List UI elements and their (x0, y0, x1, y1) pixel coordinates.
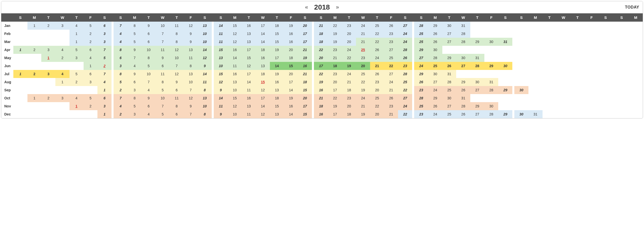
day-cell[interactable]: 25 (370, 94, 384, 102)
day-cell[interactable]: 12 (256, 110, 270, 118)
day-cell[interactable]: 16 (228, 46, 242, 54)
day-cell[interactable]: 4 (114, 38, 128, 46)
day-cell[interactable]: 14 (198, 70, 212, 78)
day-cell[interactable]: 10 (198, 38, 212, 46)
day-cell[interactable]: 23 (414, 110, 428, 118)
day-cell[interactable]: 10 (141, 70, 156, 78)
day-cell[interactable]: 24 (398, 30, 412, 38)
day-cell[interactable]: 1 (84, 62, 98, 70)
day-cell[interactable]: 22 (370, 38, 384, 46)
day-cell[interactable]: 8 (114, 46, 128, 54)
day-cell[interactable]: 24 (384, 78, 398, 86)
day-cell[interactable]: 19 (284, 22, 298, 30)
day-cell[interactable]: 1 (27, 94, 42, 102)
day-cell[interactable]: 6 (97, 22, 112, 30)
day-cell[interactable]: 13 (242, 102, 256, 110)
day-cell[interactable]: 7 (184, 86, 198, 94)
day-cell[interactable]: 16 (242, 94, 256, 102)
day-cell[interactable]: 28 (456, 102, 470, 110)
day-cell[interactable]: 1 (27, 22, 42, 30)
day-cell[interactable]: 18 (284, 54, 298, 62)
day-cell[interactable]: 1 (55, 78, 69, 86)
day-cell[interactable]: 22 (398, 86, 412, 94)
day-cell[interactable]: 22 (356, 78, 370, 86)
day-cell[interactable]: 24 (398, 102, 412, 110)
day-cell[interactable]: 25 (414, 102, 428, 110)
day-cell[interactable]: 21 (314, 22, 328, 30)
day-cell[interactable]: 19 (270, 46, 284, 54)
day-cell[interactable]: 8 (114, 70, 128, 78)
day-cell[interactable]: 6 (84, 46, 98, 54)
day-cell[interactable]: 9 (141, 22, 156, 30)
day-cell[interactable]: 11 (242, 86, 256, 94)
day-cell[interactable]: 5 (128, 30, 142, 38)
day-cell[interactable]: 1 (13, 46, 27, 54)
day-cell[interactable]: 21 (298, 46, 312, 54)
day-cell[interactable]: 12 (228, 30, 242, 38)
day-cell[interactable]: 1 (97, 86, 112, 94)
day-cell[interactable]: 2 (41, 94, 55, 102)
day-cell[interactable]: 21 (314, 94, 328, 102)
day-cell[interactable]: 5 (97, 54, 112, 62)
day-cell[interactable]: 27 (470, 86, 484, 94)
day-cell[interactable]: 25 (442, 110, 456, 118)
day-cell[interactable]: 9 (128, 70, 142, 78)
day-cell[interactable]: 20 (284, 70, 298, 78)
day-cell[interactable]: 1 (41, 54, 55, 62)
day-cell[interactable]: 26 (456, 110, 470, 118)
day-cell[interactable]: 30 (484, 38, 498, 46)
day-cell[interactable]: 10 (228, 110, 242, 118)
day-cell[interactable]: 9 (184, 102, 198, 110)
day-cell[interactable]: 2 (84, 30, 98, 38)
day-cell[interactable]: 4 (55, 46, 69, 54)
day-cell[interactable]: 26 (414, 78, 428, 86)
day-cell[interactable]: 30 (442, 94, 456, 102)
day-cell[interactable]: 23 (342, 22, 356, 30)
day-cell[interactable]: 10 (156, 22, 170, 30)
day-cell[interactable]: 9 (184, 30, 198, 38)
day-cell[interactable]: 23 (328, 70, 342, 78)
day-cell[interactable]: 15 (214, 46, 228, 54)
day-cell[interactable]: 11 (214, 38, 228, 46)
day-cell[interactable]: 19 (342, 62, 356, 70)
day-cell[interactable]: 10 (198, 30, 212, 38)
day-cell[interactable]: 14 (214, 94, 228, 102)
day-cell[interactable]: 20 (342, 102, 356, 110)
day-cell[interactable]: 2 (69, 78, 84, 86)
day-cell[interactable]: 22 (370, 102, 384, 110)
day-cell[interactable]: 2 (27, 70, 42, 78)
day-cell[interactable]: 29 (498, 86, 512, 94)
day-cell[interactable]: 30 (514, 110, 528, 118)
day-cell[interactable]: 6 (156, 62, 170, 70)
day-cell[interactable]: 25 (356, 46, 370, 54)
day-cell[interactable]: 28 (484, 86, 498, 94)
day-cell[interactable]: 5 (141, 62, 156, 70)
day-cell[interactable]: 20 (370, 110, 384, 118)
day-cell[interactable]: 7 (114, 94, 128, 102)
day-cell[interactable]: 19 (356, 86, 370, 94)
day-cell[interactable]: 1 (69, 102, 84, 110)
day-cell[interactable]: 28 (398, 46, 412, 54)
day-cell[interactable]: 16 (284, 102, 298, 110)
day-cell[interactable]: 6 (128, 78, 142, 86)
day-cell[interactable]: 7 (170, 62, 184, 70)
day-cell[interactable]: 25 (442, 86, 456, 94)
day-cell[interactable]: 20 (370, 86, 384, 94)
day-cell[interactable]: 5 (84, 94, 98, 102)
day-cell[interactable]: 14 (214, 22, 228, 30)
day-cell[interactable]: 30 (428, 70, 442, 78)
day-cell[interactable]: 21 (356, 30, 370, 38)
day-cell[interactable]: 22 (328, 22, 342, 30)
day-cell[interactable]: 16 (284, 30, 298, 38)
day-cell[interactable]: 31 (456, 94, 470, 102)
day-cell[interactable]: 7 (184, 110, 198, 118)
day-cell[interactable]: 10 (156, 94, 170, 102)
day-cell[interactable]: 16 (242, 22, 256, 30)
day-cell[interactable]: 3 (69, 54, 84, 62)
day-cell[interactable]: 31 (528, 110, 543, 118)
day-cell[interactable]: 18 (256, 46, 270, 54)
day-cell[interactable]: 25 (428, 62, 442, 70)
day-cell[interactable]: 22 (370, 30, 384, 38)
day-cell[interactable]: 23 (398, 62, 412, 70)
day-cell[interactable]: 10 (214, 62, 228, 70)
